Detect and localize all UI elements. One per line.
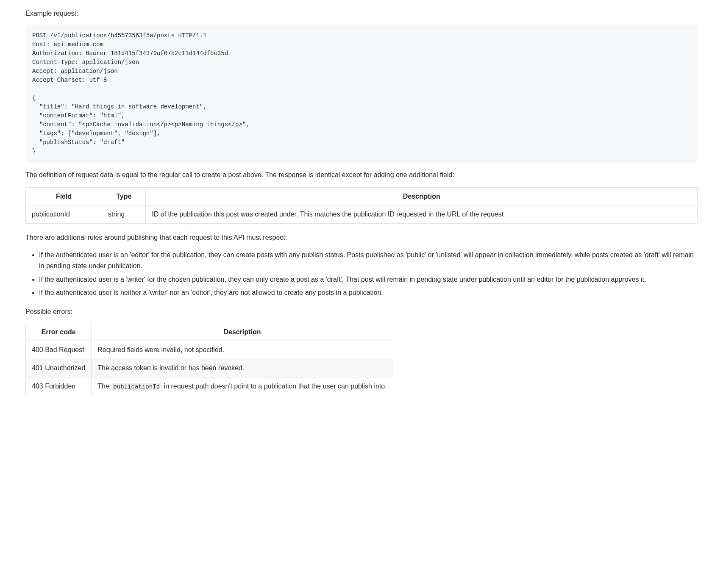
description-cell: ID of the publication this post was crea…	[146, 205, 698, 224]
field-cell: publicationId	[26, 205, 102, 224]
list-item: If the authenticated user is an 'editor'…	[39, 250, 698, 271]
rules-list: If the authenticated user is an 'editor'…	[25, 250, 698, 298]
error-description-cell: Required fields were invalid, not specif…	[92, 341, 393, 359]
example-request-code: POST /v1/publications/b45573563f5a/posts…	[25, 25, 698, 163]
list-item: If the authenticated user is a 'writer' …	[39, 274, 698, 285]
error-description-cell: The access token is invalid or has been …	[92, 359, 393, 377]
type-cell: string	[102, 205, 146, 224]
table-row: 403 Forbidden The publicationId in reque…	[26, 377, 393, 395]
table-header-row: Field Type Description	[26, 187, 698, 205]
description-header: Description	[146, 187, 698, 205]
example-request-label: Example request:	[25, 8, 698, 19]
error-description-header: Description	[92, 323, 393, 341]
error-code-header: Error code	[26, 323, 92, 341]
table-row: publicationId string ID of the publicati…	[26, 205, 698, 224]
error-description-cell: The publicationId in request path doesn'…	[92, 377, 393, 395]
definition-paragraph: The definition of request data is equal …	[25, 169, 698, 180]
type-header: Type	[102, 187, 146, 205]
error-desc-suffix: in request path doesn't point to a publi…	[162, 383, 387, 390]
error-code-cell: 403 Forbidden	[26, 377, 92, 395]
list-item: If the authenticated user is neither a '…	[39, 287, 698, 298]
field-header: Field	[26, 187, 102, 205]
table-header-row: Error code Description	[26, 323, 393, 341]
error-code-cell: 401 Unauthorized	[26, 359, 92, 377]
table-row: 401 Unauthorized The access token is inv…	[26, 359, 393, 377]
rules-intro: There are additional rules around publis…	[25, 232, 698, 243]
error-desc-prefix: The	[97, 383, 111, 390]
inline-code-token: publicationId	[111, 383, 162, 391]
possible-errors-label: Possible errors:	[25, 307, 698, 317]
table-row: 400 Bad Request Required fields were inv…	[26, 341, 393, 359]
error-code-cell: 400 Bad Request	[26, 341, 92, 359]
field-table: Field Type Description publicationId str…	[25, 187, 698, 224]
error-table: Error code Description 400 Bad Request R…	[25, 323, 393, 395]
